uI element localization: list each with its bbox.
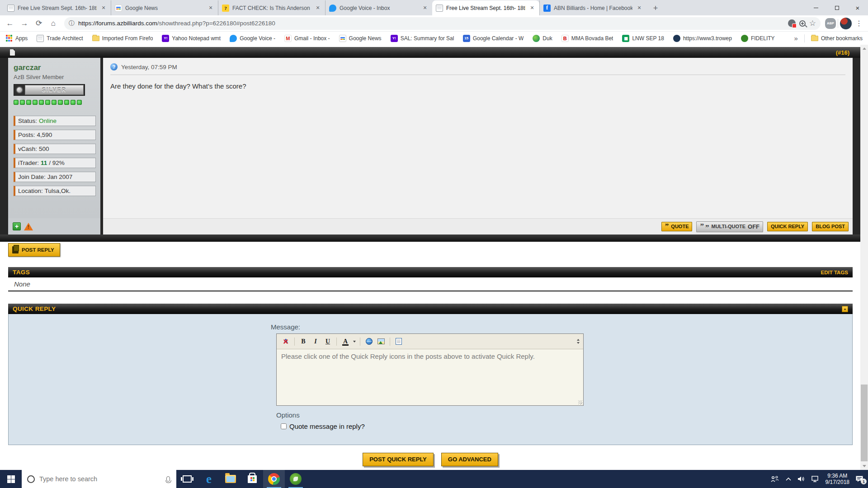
zoom-icon[interactable] — [799, 20, 806, 27]
start-button[interactable] — [0, 470, 22, 488]
bookmark-google-calendar[interactable]: 15 Google Calendar - W — [463, 35, 524, 42]
bookmark-imported-folder[interactable]: Imported From Firefo — [92, 35, 153, 42]
info-icon[interactable]: ⓘ — [69, 19, 75, 28]
back-icon[interactable]: ← — [4, 17, 16, 30]
bookmark-trowe[interactable]: https://www3.trowep — [673, 35, 732, 42]
close-icon[interactable]: × — [528, 5, 536, 12]
bookmark-google-news[interactable]: Google News — [339, 35, 382, 42]
other-bookmarks[interactable]: Other bookmarks — [811, 35, 863, 42]
close-icon[interactable]: × — [636, 5, 643, 12]
bookmark-mma-bovada[interactable]: B MMA Bovada Bet — [561, 35, 613, 42]
edge-button[interactable]: e — [198, 470, 220, 488]
quote-button[interactable]: ” QUOTE — [661, 222, 693, 231]
extension-badge-icon[interactable] — [788, 19, 796, 27]
search-input[interactable] — [39, 475, 162, 483]
username-link[interactable]: garczar — [14, 63, 96, 72]
home-icon[interactable]: ⌂ — [47, 17, 60, 30]
collapse-icon[interactable]: ▲ — [842, 306, 848, 312]
bookmark-yahoo-notepad[interactable]: Y! Yahoo Notepad wmt — [162, 35, 221, 42]
action-center-button[interactable]: 1 — [855, 475, 863, 483]
underline-icon[interactable]: U — [322, 336, 333, 347]
add-reputation-icon[interactable]: + — [13, 222, 21, 230]
scroll-up-icon[interactable] — [860, 45, 868, 52]
insert-image-icon[interactable] — [376, 336, 387, 347]
close-window-button[interactable]: × — [847, 0, 868, 15]
store-button[interactable] — [241, 470, 263, 488]
taskbar-search[interactable] — [22, 470, 176, 488]
font-color-dropdown-icon[interactable] — [352, 336, 357, 347]
profile-avatar[interactable] — [840, 18, 852, 29]
bookmark-gmail[interactable]: M Gmail - Inbox - — [284, 35, 330, 42]
tab-google-voice[interactable]: Google Voice - Inbox × — [325, 0, 432, 15]
close-icon[interactable]: × — [207, 5, 214, 12]
facebook-icon: f — [543, 5, 551, 12]
task-view-button[interactable] — [176, 470, 198, 488]
edit-tags-link[interactable]: EDIT TAGS — [821, 270, 848, 275]
bookmark-label: Yahoo Notepad wmt — [172, 35, 221, 42]
tab-free-live-stream-1[interactable]: Free Live Stream Sept. 16th- 18th × — [4, 0, 111, 15]
remove-format-icon[interactable]: A — [280, 336, 291, 347]
new-tab-button[interactable]: + — [649, 2, 662, 14]
insert-link-icon[interactable] — [363, 336, 374, 347]
bookmark-duk[interactable]: Duk — [533, 35, 552, 42]
address-bar[interactable]: ⓘ https://forums.azbilliards.com/showthr… — [64, 17, 821, 30]
italic-icon[interactable]: I — [310, 336, 321, 347]
bookmark-sal-summary[interactable]: Y! SAL: Summary for Sal — [391, 35, 454, 42]
font-color-icon[interactable]: A — [340, 336, 351, 347]
blog-post-button[interactable]: BLOG POST — [812, 222, 849, 231]
post-quick-reply-button[interactable]: POST QUICK REPLY — [363, 453, 434, 466]
file-explorer-icon — [225, 475, 236, 483]
post-number-link[interactable]: (#16) — [836, 49, 849, 56]
microphone-icon[interactable] — [166, 476, 170, 482]
go-advanced-button[interactable]: GO ADVANCED — [441, 453, 498, 466]
tray-expand-chevron-icon[interactable] — [785, 477, 792, 481]
reload-icon[interactable]: ⟳ — [33, 17, 45, 30]
editor-resize-icon[interactable] — [577, 339, 580, 344]
quote-message-checkbox[interactable] — [281, 423, 287, 429]
bold-icon[interactable]: B — [298, 336, 309, 347]
taskbar-clock[interactable]: 9:36 AM 9/17/2018 — [826, 473, 849, 485]
tab-facebook[interactable]: f ABN Billiards - Home | Facebook × — [539, 0, 646, 15]
adblock-plus-icon[interactable]: ABP — [825, 18, 836, 29]
file-explorer-button[interactable] — [220, 470, 241, 488]
maximize-button[interactable] — [826, 0, 847, 15]
tab-title: Google Voice - Inbox — [340, 5, 418, 11]
bookmarks-overflow-chevron[interactable]: » — [794, 34, 798, 42]
bookmark-fidelity[interactable]: FIDELITY — [741, 35, 775, 42]
quick-reply-section: QUICK REPLY ▲ Message: A B I U A — [8, 304, 853, 445]
fidelity-app-button[interactable] — [285, 470, 307, 488]
report-post-icon[interactable]: ! — [24, 223, 33, 230]
bookmark-lnw-sheet[interactable]: ▦ LNW SEP 18 — [622, 35, 664, 42]
post-reply-button[interactable]: POST REPLY — [8, 243, 60, 257]
bookmarks-bar: Apps Trade Architect Imported From Firef… — [0, 32, 868, 45]
people-icon[interactable] — [770, 475, 779, 483]
quick-reply-button[interactable]: QUICK REPLY — [767, 222, 808, 231]
menu-kebab-icon[interactable]: ⋮ — [854, 19, 864, 28]
url-text: https://forums.azbilliards.com/showthrea… — [78, 20, 784, 27]
close-icon[interactable]: × — [421, 5, 429, 12]
scrollbar-thumb[interactable] — [861, 385, 868, 461]
page-icon — [436, 5, 443, 12]
close-icon[interactable]: × — [314, 5, 321, 12]
tab-google-news[interactable]: Google News × — [111, 0, 218, 15]
tab-fact-check[interactable]: ? FACT CHECK: Is This Anderson Co × — [218, 0, 325, 15]
wrap-quote-icon[interactable] — [393, 336, 404, 347]
post-table-bottom — [0, 235, 860, 242]
scroll-down-icon[interactable] — [860, 462, 868, 470]
forward-icon[interactable]: → — [18, 17, 31, 30]
multi-quote-button[interactable]: ”” MULTI-QUOTE OFF — [696, 221, 763, 232]
folder-icon — [92, 36, 99, 41]
network-icon[interactable] — [811, 476, 820, 482]
bookmark-apps[interactable]: Apps — [5, 35, 28, 42]
page-scrollbar[interactable] — [860, 45, 868, 470]
minimize-button[interactable] — [806, 0, 826, 15]
bookmark-google-voice[interactable]: Google Voice - — [230, 35, 275, 42]
volume-icon[interactable] — [797, 476, 806, 482]
tab-free-live-stream-active[interactable]: Free Live Stream Sept. 16th- 18th × — [432, 0, 539, 15]
chrome-button[interactable] — [263, 470, 285, 488]
bookmark-star-icon[interactable]: ☆ — [809, 19, 816, 28]
bookmark-trade-architect[interactable]: Trade Architect — [37, 35, 83, 42]
close-icon[interactable]: × — [100, 5, 107, 12]
url-path: /showthread.php?p=6226180#post6226180 — [157, 20, 275, 27]
quick-reply-textarea[interactable]: Please click one of the Quick Reply icon… — [277, 349, 583, 404]
